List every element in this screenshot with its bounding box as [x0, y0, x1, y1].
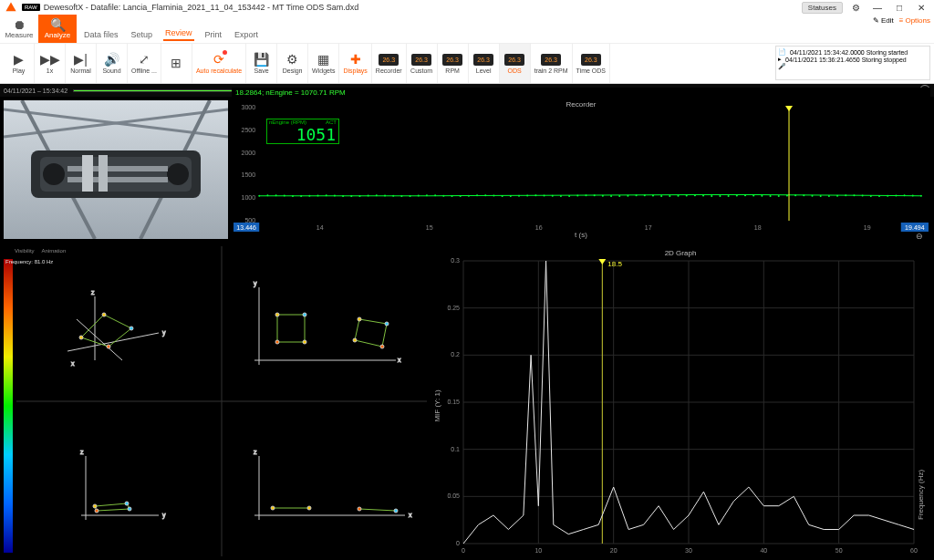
train2rpm-button[interactable]: 26.3train 2 RPM: [531, 44, 573, 83]
minimize-button[interactable]: —: [868, 1, 887, 14]
subtab-review[interactable]: Review: [163, 26, 194, 41]
svg-point-50: [502, 195, 503, 197]
svg-point-133: [275, 313, 279, 316]
analyze-tab[interactable]: 🔍 Analyze: [38, 15, 77, 43]
svg-point-76: [719, 195, 721, 197]
widgets-button[interactable]: ▦Widgets: [308, 44, 339, 83]
svg-point-82: [770, 195, 772, 197]
design-button[interactable]: ⚙Design: [277, 44, 308, 83]
svg-point-124: [79, 336, 83, 339]
auto-recalc-button[interactable]: ⟳Auto recalculate: [192, 44, 246, 83]
2d-graph-panel[interactable]: 2D Graph 18.5 00.050.10.150.20.250.3 010…: [431, 246, 930, 556]
svg-text:16: 16: [535, 224, 543, 231]
svg-point-158: [358, 507, 361, 511]
svg-text:z: z: [80, 449, 84, 455]
svg-point-51: [510, 195, 512, 197]
svg-point-27: [308, 195, 310, 197]
sound-button[interactable]: 🔊Sound: [97, 44, 128, 83]
auto-recalc-icon: ⟳: [213, 53, 224, 66]
offline-button[interactable]: ⤢Offline ...: [128, 44, 161, 83]
svg-point-32: [350, 195, 352, 197]
svg-point-21: [258, 195, 260, 197]
geometry-panel[interactable]: Visibility Animation Frequency: 81.0 Hz …: [4, 246, 427, 556]
svg-point-146: [93, 504, 97, 508]
subtab-data-files[interactable]: Data files: [82, 28, 120, 41]
save-button[interactable]: 💾Save: [246, 44, 277, 83]
svg-point-29: [326, 194, 327, 196]
svg-point-64: [618, 195, 620, 197]
svg-point-93: [862, 195, 864, 197]
svg-point-126: [130, 327, 133, 330]
subtab-print[interactable]: Print: [203, 28, 224, 41]
svg-point-46: [468, 195, 470, 197]
svg-text:x: x: [409, 512, 412, 518]
svg-text:0.3: 0.3: [451, 257, 460, 264]
svg-point-139: [385, 322, 389, 326]
svg-point-127: [107, 345, 110, 348]
subtab-setup[interactable]: Setup: [130, 28, 155, 41]
engine-rpm-value: 1051: [267, 125, 338, 144]
recorder-button[interactable]: 26.3Recorder: [372, 44, 407, 83]
toolbar: ▶Play▶▶1x▶|Normal🔊Sound⤢Offline ...⊞⟳Aut…: [0, 44, 934, 84]
svg-text:10: 10: [534, 547, 542, 554]
ods-button[interactable]: 26.3ODS: [500, 44, 531, 83]
displays-button[interactable]: ✚Displays: [339, 44, 371, 83]
maximize-button[interactable]: □: [890, 1, 908, 14]
svg-point-72: [686, 194, 688, 196]
svg-text:15: 15: [426, 224, 433, 231]
svg-point-99: [912, 194, 914, 196]
svg-point-36: [384, 194, 386, 196]
svg-point-56: [552, 195, 554, 197]
svg-point-9: [167, 163, 189, 185]
recorder-title: Recorder: [232, 100, 930, 109]
recorder-panel[interactable]: 18.2864; nEngine = 1070.71 RPM Recorder …: [232, 100, 930, 239]
speed-icon: ▶▶: [40, 53, 60, 66]
svg-text:500: 500: [244, 217, 255, 223]
svg-text:x: x: [398, 357, 401, 363]
statuses-button[interactable]: Statuses: [802, 2, 843, 14]
mic-icon: 🎤: [778, 63, 786, 70]
svg-text:0.1: 0.1: [451, 446, 460, 452]
subtab-export[interactable]: Export: [233, 28, 260, 41]
svg-point-31: [342, 195, 344, 197]
options-link[interactable]: ≡ Options: [899, 16, 930, 25]
svg-point-78: [736, 194, 738, 196]
timeods-button[interactable]: 26.3Time ODS: [573, 44, 610, 83]
svg-text:Frequency (Hz): Frequency (Hz): [917, 470, 925, 520]
custom-button[interactable]: 26.3Custom: [407, 44, 438, 83]
measure-tab[interactable]: ⏺ Measure: [0, 15, 38, 43]
mode-icon: ▶|: [74, 53, 88, 66]
svg-point-54: [534, 194, 536, 196]
play-button[interactable]: ▶Play: [4, 44, 35, 83]
svg-text:y: y: [162, 512, 166, 519]
svg-point-8: [43, 163, 65, 185]
svg-text:x: x: [71, 360, 75, 367]
svg-point-60: [585, 194, 586, 196]
svg-point-30: [334, 195, 336, 197]
design-icon: ⚙: [286, 53, 298, 66]
svg-point-96: [887, 195, 888, 197]
mode-button[interactable]: ▶|Normal: [66, 44, 97, 83]
svg-point-125: [102, 313, 106, 316]
settings-gear-icon[interactable]: ⚙: [846, 1, 865, 14]
video-panel[interactable]: [4, 100, 228, 239]
speed-button[interactable]: ▶▶1x: [35, 44, 66, 83]
svg-point-23: [275, 194, 277, 196]
svg-text:0: 0: [462, 547, 465, 554]
svg-point-87: [811, 195, 813, 197]
svg-point-49: [493, 195, 494, 197]
grid-button[interactable]: ⊞: [161, 44, 192, 83]
close-button[interactable]: ✕: [912, 1, 930, 14]
svg-rect-12: [82, 155, 93, 192]
recorder-readout: 18.2864; nEngine = 1070.71 RPM: [232, 88, 930, 98]
edit-link[interactable]: ✎ Edit: [873, 16, 894, 25]
svg-text:2D Graph: 2D Graph: [665, 249, 697, 257]
recorder-value-box: nEngine (RPM)ACT 1051: [266, 119, 339, 144]
analyze-icon: 🔍: [50, 18, 66, 31]
rpm-button[interactable]: 26.3RPM: [438, 44, 469, 83]
level-button[interactable]: 26.3Level: [469, 44, 500, 83]
svg-point-35: [376, 194, 378, 196]
svg-point-134: [303, 313, 306, 316]
offline-icon: ⤢: [139, 53, 150, 66]
sound-icon: 🔊: [104, 53, 119, 66]
